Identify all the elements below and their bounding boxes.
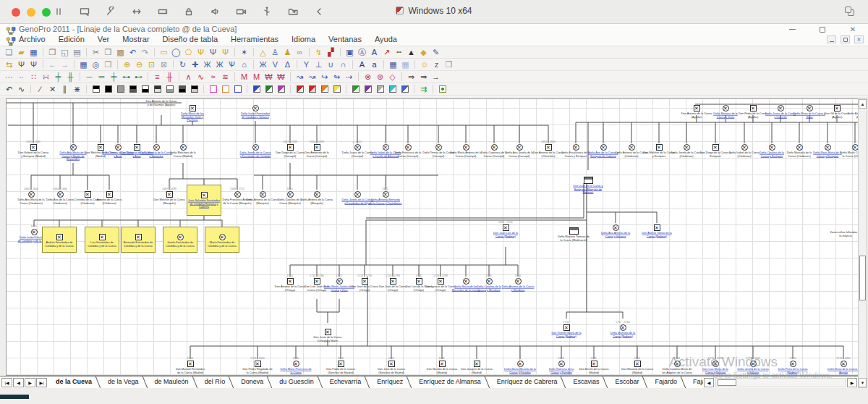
toolbar-button-icon[interactable]: ⊶ [121, 72, 132, 83]
menu-dise-o-de-tabla[interactable]: Diseño de tabla [163, 35, 218, 43]
toolbar-button-icon[interactable]: ⇒ [406, 72, 417, 83]
toolbar-button-icon[interactable] [387, 84, 398, 95]
horizontal-scroll-thumb[interactable] [718, 379, 736, 386]
menu-archivo[interactable]: Archivo [19, 35, 46, 43]
toolbar-button-icon[interactable]: ↗ [381, 47, 392, 58]
person-node[interactable]: ✕Doña María de las Mercedes Girón y Pach… [175, 100, 210, 127]
toolbar-button-icon[interactable]: Ψ [28, 59, 39, 70]
toolbar-button-icon[interactable] [350, 84, 361, 95]
person-node[interactable]: ✕Juan Salvador Fernández de Córdoba Hino… [187, 185, 221, 216]
toolbar-button-icon[interactable]: ✎ [430, 47, 441, 58]
toolbar-button-icon[interactable]: z [431, 59, 442, 70]
person-node[interactable]: ✕Doña Isabel Fernández de Córdoba y Vela… [238, 100, 273, 122]
toolbar-button-icon[interactable]: ≋ [220, 72, 231, 83]
person-node[interactable]: ✕Bernardo Fernández de Córdoba y de la C… [121, 227, 156, 253]
genogram-canvas[interactable]: Don Antonio de la Cueva y de Guzmán (Agu… [6, 98, 858, 376]
toolbar-button-icon[interactable]: ⊷ [133, 72, 144, 83]
toolbar-button-icon[interactable]: ∪ [326, 59, 336, 70]
person-node[interactable]: 1773✕Doña Petra de la Cueva (Bedmar) [775, 355, 810, 376]
menu-ventanas[interactable]: Ventanas [328, 35, 362, 43]
toolbar-button-icon[interactable]: Y [301, 59, 312, 70]
sheet-tab-enr-quez[interactable]: Enríquez [370, 376, 412, 388]
toolbar-button-icon[interactable]: Ж [202, 59, 213, 70]
toolbar-button-icon[interactable] [140, 84, 150, 95]
menu-edici-n[interactable]: Edición [59, 35, 85, 43]
person-node[interactable]: ✕Doña Francisca de la Cueva (Carvajal) [391, 139, 425, 161]
toolbar-button-icon[interactable]: ▦ [28, 47, 39, 58]
toolbar-button-icon[interactable]: ⊕ [122, 59, 132, 70]
toolbar-button-icon[interactable]: ╫ [65, 72, 76, 83]
person-node[interactable]: 1667 - 1699✕Don Melchor de la Cueva (Mar… [152, 186, 187, 208]
toolbar-button-icon[interactable]: ∥ [59, 84, 70, 95]
toolbar-button-icon[interactable]: Ⓐ [357, 47, 367, 58]
sheet-tab-de-la-cueva[interactable]: de la Cueva [48, 376, 101, 388]
toolbar-button-icon[interactable]: ♙ [270, 47, 281, 58]
person-node[interactable]: Varios niños fallecidos en la infancia [828, 231, 858, 240]
toolbar-button-icon[interactable] [437, 84, 448, 95]
menu-mostrar[interactable]: Mostrar [122, 35, 149, 43]
toolbar-button-icon[interactable]: ∷ [28, 72, 39, 83]
toolbar-button-icon[interactable] [164, 84, 175, 95]
sheet-tab-du-guesclin[interactable]: du Guesclin [272, 376, 323, 388]
toolbar-button-icon[interactable]: ∩ [338, 59, 349, 70]
scroll-left-button[interactable]: ◀ [704, 378, 714, 387]
toolbar-button-icon[interactable] [232, 84, 243, 95]
toolbar-button-icon[interactable]: ◯ [171, 47, 182, 58]
toolbar-button-icon[interactable] [331, 84, 342, 95]
person-node[interactable]: 1768✕Doña Catalina María de los Ángeles … [660, 355, 694, 376]
sheet-tab-del-r-o[interactable]: del Río [197, 376, 234, 388]
person-node[interactable]: 1766✕Don Mariano de la Cueva (Madrid) [620, 355, 655, 376]
toolbar-button-icon[interactable]: ⊡ [146, 59, 157, 70]
last-tab-button[interactable]: ▶| [36, 378, 47, 387]
person-node[interactable]: 1761✕Don Nicolás de la Cueva (Madrid) [425, 355, 459, 376]
toolbar-button-icon[interactable] [276, 84, 286, 95]
person-node[interactable]: 1650 - 1699✕Don Ambrosio de la Cueva (Ca… [299, 139, 334, 161]
toolbar-button-icon[interactable]: ₩ [276, 72, 286, 83]
person-node[interactable]: 1620 - 1686✕Don Gabriel de la Cueva y En… [16, 139, 51, 161]
person-node[interactable]: 1770 - 1835✕Don Luis María de la Cueva y… [698, 355, 733, 376]
toolbar-button-icon[interactable] [362, 84, 373, 95]
person-node[interactable]: 1755✕Don Vicente María de la Cueva (Bedm… [549, 319, 584, 341]
toolbar-button-icon[interactable]: ∕ [35, 84, 46, 95]
person-node[interactable]: ✕Doña Ana Antonia de la Cueva y Velasco [598, 219, 633, 241]
person-node[interactable]: ✕Luis Fernández de Córdoba y de la Cueva [85, 227, 119, 253]
menu-ayuda[interactable]: Ayuda [375, 35, 397, 43]
person-node[interactable]: 1759✕Don José de la Cueva (Sánchez de Ma… [374, 355, 409, 376]
first-tab-button[interactable]: |◀ [1, 378, 12, 387]
scroll-down-button[interactable]: ▼ [859, 378, 867, 387]
horizontal-scrollbar[interactable]: ◀ ▶ [703, 376, 858, 388]
person-node[interactable]: 1757 - 1760✕Doña Manuela de la Cueva (Be… [605, 319, 640, 341]
toolbar-button-icon[interactable]: ↝ [307, 72, 318, 83]
person-node[interactable]: ✕Andrés Fernández de Córdoba y de la Cue… [42, 227, 77, 253]
toolbar-button-icon[interactable]: Ѱ [226, 59, 237, 70]
toolbar-button-icon[interactable]: ▰ [16, 47, 27, 58]
toolbar-button-icon[interactable]: ◱ [59, 47, 70, 58]
vertical-scroll-thumb[interactable] [859, 256, 866, 300]
toolbar-button-icon[interactable]: ⊗ [362, 72, 373, 83]
sheet-tab-enr-quez-de-cabrera[interactable]: Enríquez de Cabrera [490, 376, 566, 388]
toolbar-button-icon[interactable]: ⇆ [4, 59, 14, 70]
person-node[interactable]: 1771 - 1824✕Doña Josefa de la Cueva y Sa… [736, 355, 770, 376]
scroll-right-button[interactable]: ▶ [847, 378, 857, 387]
next-tab-button[interactable]: ▶ [25, 378, 35, 387]
toolbar-button-icon[interactable]: ✚ [190, 59, 200, 70]
scroll-up-button[interactable]: ▲ [859, 99, 867, 109]
toolbar-button-icon[interactable] [189, 84, 200, 95]
toolbar-button-icon[interactable]: ╪ [109, 72, 119, 83]
toolbar-button-icon[interactable] [90, 84, 101, 95]
person-node[interactable]: ✕Don Justo de la Cueva (Ortega) y Marín [310, 324, 345, 345]
toolbar-button-icon[interactable] [307, 84, 318, 95]
sheet-tab-enr-quez-de-almansa[interactable]: Enríquez de Almansa [412, 376, 490, 388]
person-node[interactable]: 1763✕Doña Ramona de la Cueva y Paredes [544, 355, 579, 376]
person-node[interactable]: 1756✕Doña María Francisca de la Cueva [278, 355, 313, 376]
toolbar-button-icon[interactable]: ╪ [53, 72, 64, 83]
person-node[interactable]: 1758✕Don Pablo de la Cueva (Sánchez de M… [323, 355, 358, 376]
toolbar-button-icon[interactable]: Ж [214, 59, 225, 70]
toolbar-button-icon[interactable]: ▤ [72, 47, 82, 58]
app-close-button[interactable]: ✕ [848, 25, 858, 33]
toolbar-button-icon[interactable] [176, 84, 187, 95]
person-node[interactable]: Doña Mariana Tomasa de la Cueva (Medinac… [556, 222, 591, 245]
toolbar-button-icon[interactable] [103, 84, 114, 95]
toolbar-button-icon[interactable]: ☺ [419, 59, 430, 70]
toolbar-button-icon[interactable]: ✶ [239, 47, 250, 58]
